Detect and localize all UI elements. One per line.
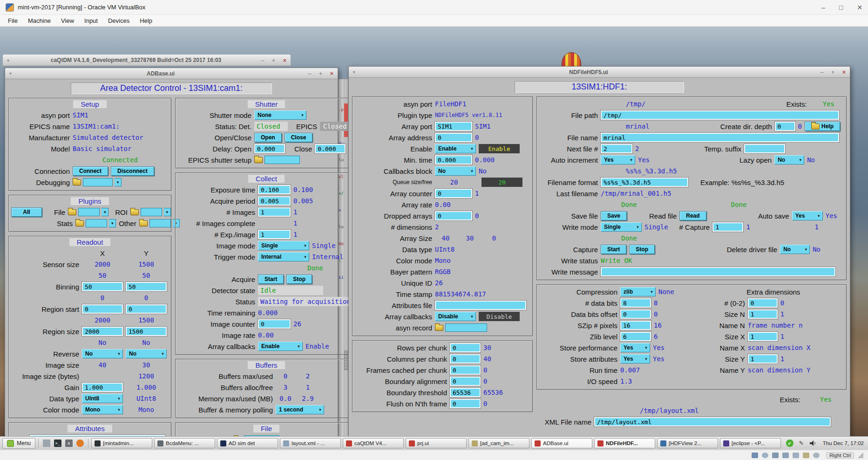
dropdown[interactable]: Disable▾ xyxy=(435,312,476,321)
text-input[interactable]: 65536 xyxy=(450,388,481,397)
text-input[interactable]: 0 xyxy=(126,304,167,314)
firefox-icon[interactable] xyxy=(75,438,85,448)
folder-open-icon[interactable] xyxy=(139,220,148,227)
dropdown[interactable]: Single▾ xyxy=(258,241,309,250)
button[interactable]: Disconnect xyxy=(111,166,154,176)
dropdown[interactable]: No▾ xyxy=(780,245,810,254)
optical-disk-icon[interactable] xyxy=(762,453,768,458)
text-input[interactable]: SIM1 xyxy=(435,122,472,131)
taskbar-button[interactable]: AD sim det xyxy=(217,438,278,448)
menubar-item-devices[interactable]: Devices xyxy=(103,16,135,25)
text-input[interactable]: 0 xyxy=(450,399,481,408)
show-desktop-icon[interactable] xyxy=(41,438,52,448)
text-input[interactable]: 1 xyxy=(258,230,291,239)
related-display-menu[interactable] xyxy=(435,323,487,332)
text-input[interactable]: 1 xyxy=(748,354,778,364)
maximize-button[interactable]: □ xyxy=(839,4,843,11)
dropdown[interactable]: No▾ xyxy=(774,155,804,165)
related-display-menu[interactable] xyxy=(254,156,300,164)
button[interactable]: Start xyxy=(258,275,284,284)
text-input[interactable]: 0 xyxy=(748,298,778,308)
text-input[interactable]: 0.000 xyxy=(254,144,285,153)
text-input[interactable]: 0.000 xyxy=(435,155,472,165)
folder-open-icon[interactable] xyxy=(254,157,263,163)
text-input[interactable]: 0 xyxy=(450,377,481,386)
text-input[interactable]: 2 xyxy=(601,144,632,153)
text-input[interactable]: 0 xyxy=(450,365,481,375)
text-input[interactable] xyxy=(601,267,835,276)
related-display-field[interactable] xyxy=(141,208,162,216)
button[interactable]: All xyxy=(11,207,42,217)
text-input[interactable]: 1 xyxy=(712,222,743,232)
text-input[interactable] xyxy=(435,301,526,310)
mouse-integration-icon[interactable] xyxy=(813,453,820,458)
clock[interactable]: Thu Dec 7, 17:02 xyxy=(823,440,864,446)
folder-open-icon[interactable] xyxy=(811,124,820,130)
help-button[interactable]: Help xyxy=(805,122,840,131)
button[interactable]: Save xyxy=(601,211,627,220)
taskbar-button[interactable]: BcdaMenu: ... xyxy=(154,438,215,448)
text-input[interactable]: 0 xyxy=(435,133,472,142)
volume-icon[interactable] xyxy=(809,439,817,447)
maximize-button[interactable]: + xyxy=(319,70,323,77)
terminal-icon[interactable]: >_ xyxy=(53,438,63,448)
related-display-field[interactable] xyxy=(83,178,113,186)
text-input[interactable]: 1 xyxy=(258,207,291,217)
button[interactable]: Start xyxy=(601,245,626,254)
minimize-button[interactable]: – xyxy=(308,70,312,77)
related-display-field[interactable] xyxy=(86,219,107,227)
text-input[interactable]: 50 xyxy=(82,282,123,291)
text-input[interactable]: 1 xyxy=(748,332,778,341)
text-input[interactable]: 2000 xyxy=(82,327,123,336)
dropdown[interactable]: No▾ xyxy=(435,166,476,176)
taskbar-button[interactable]: [mintadmin... xyxy=(91,438,152,448)
close-button[interactable]: ✕ xyxy=(857,4,862,11)
minimize-button[interactable]: – xyxy=(821,4,825,11)
hdf-titlebar[interactable]: ▾ NDFileHDF5.ui – + × xyxy=(349,67,850,78)
text-input[interactable]: 1 xyxy=(748,309,778,319)
folder-open-icon[interactable] xyxy=(130,209,139,215)
menu-button[interactable]: Menu xyxy=(2,438,35,449)
resize-grip[interactable] xyxy=(858,453,863,458)
text-input[interactable]: 50 xyxy=(126,282,167,291)
related-display-menu[interactable]: ▾ xyxy=(139,219,180,227)
window-menu-icon[interactable]: ▾ xyxy=(7,58,19,63)
text-input[interactable]: 0 xyxy=(620,309,651,319)
text-input[interactable]: 0 xyxy=(258,319,291,329)
minimize-button[interactable]: – xyxy=(821,69,824,76)
window-menu-icon[interactable]: ▾ xyxy=(353,69,365,75)
text-input[interactable]: mrinal xyxy=(601,133,839,142)
dropdown[interactable]: Single▾ xyxy=(601,222,642,232)
text-input[interactable]: 0 xyxy=(435,211,472,220)
dropdown[interactable]: Mono▾ xyxy=(82,405,123,414)
dropdown[interactable]: UInt8▾ xyxy=(82,394,123,403)
menubar-item-machine[interactable]: Machine xyxy=(23,16,56,25)
taskbar-button[interactable]: ADBase.ui xyxy=(531,438,592,448)
related-display-field[interactable] xyxy=(445,323,487,332)
related-display-field[interactable] xyxy=(78,208,100,216)
text-input[interactable]: 0 xyxy=(775,122,795,131)
button[interactable]: Read xyxy=(679,211,706,220)
text-input[interactable]: 0.005 xyxy=(258,196,291,206)
folder-open-icon[interactable] xyxy=(68,209,76,215)
text-input[interactable]: 16 xyxy=(620,321,651,330)
menubar-item-help[interactable]: Help xyxy=(135,16,157,25)
related-display-menu[interactable]: ▾ xyxy=(75,219,116,227)
edit-pencil-icon[interactable]: ✎ xyxy=(798,439,805,447)
minimize-button[interactable]: – xyxy=(261,57,264,64)
related-display-field[interactable] xyxy=(264,156,300,164)
button[interactable]: Stop xyxy=(286,275,312,284)
dropdown[interactable]: Yes▾ xyxy=(620,343,650,352)
text-input[interactable]: 1500 xyxy=(126,327,167,336)
close-icon[interactable]: × xyxy=(330,70,333,77)
text-input[interactable]: 0.000 xyxy=(315,144,346,153)
dropdown[interactable]: zlib▾ xyxy=(620,287,656,296)
xkill-icon[interactable]: x xyxy=(64,438,74,448)
dropdown[interactable]: Enable▾ xyxy=(435,144,476,153)
updates-shield-check-icon[interactable]: ✔ xyxy=(786,439,793,447)
close-icon[interactable]: × xyxy=(283,57,286,64)
shared-folder-icon[interactable] xyxy=(803,453,809,458)
dropdown[interactable]: Yes▾ xyxy=(601,155,635,165)
text-input[interactable]: 0 xyxy=(435,189,472,198)
caqtdm-main-window-titlebar[interactable]: ▾ caQtDM V4.1.6_Development_33278769 Bui… xyxy=(3,55,291,66)
